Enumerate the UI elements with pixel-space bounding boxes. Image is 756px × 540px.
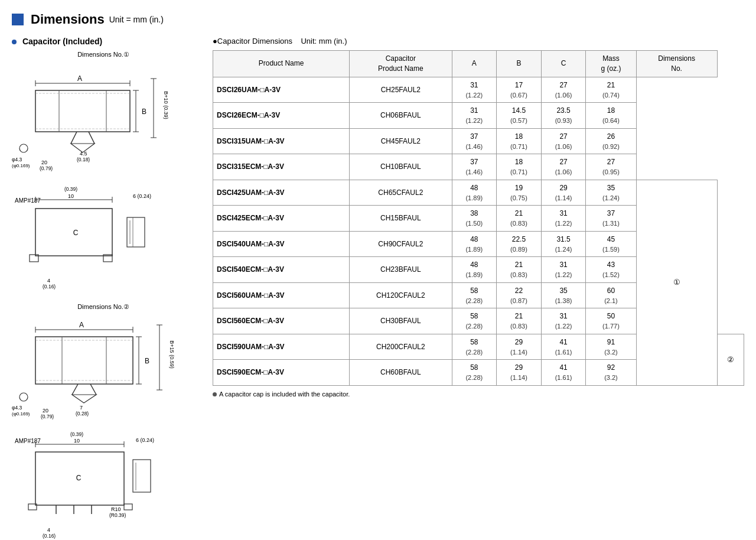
svg-text:(0.79): (0.79)	[41, 414, 54, 419]
b-cell: 18(0.71)	[497, 154, 542, 180]
col-cap-product: CapacitorProduct Name	[350, 51, 452, 77]
table-title: ●Capacitor Dimensions	[213, 37, 292, 45]
svg-text:φ4.3: φ4.3	[12, 157, 22, 162]
c-cell: 31.5(1.24)	[541, 231, 586, 257]
a-cell: 48(1.89)	[452, 257, 497, 283]
b-cell: 29(1.14)	[497, 334, 542, 360]
svg-rect-76	[124, 504, 132, 510]
mass-cell: 35(1.24)	[586, 180, 636, 206]
svg-text:B+10 (0.39): B+10 (0.39)	[163, 91, 169, 119]
svg-text:4: 4	[47, 278, 50, 284]
dim1-label: Dimensions No.①	[12, 51, 195, 58]
col-c: C	[541, 51, 586, 77]
cap-product-cell: CH120CFAUL2	[350, 282, 452, 308]
svg-text:B: B	[145, 357, 149, 365]
cap-product-cell: CH06BFAUL	[350, 103, 452, 129]
svg-text:B: B	[142, 108, 146, 116]
svg-point-63	[19, 393, 28, 401]
diagram-1-svg: A B B+10 (0.39) φ4.3 (φ0.169) 20 (0.79)	[12, 61, 183, 179]
c-cell: 27(1.06)	[541, 128, 586, 154]
product-name-cell: DSCI540ECM-□A-3V	[213, 257, 350, 283]
b-cell: 14.5(0.57)	[497, 103, 542, 129]
product-name-cell: DSCI590UAM-□A-3V	[213, 334, 350, 360]
table-header: ●Capacitor Dimensions Unit: mm (in.)	[213, 37, 744, 45]
svg-text:10: 10	[74, 438, 80, 444]
product-name-cell: DSCI425ECM-□A-3V	[213, 206, 350, 232]
left-section: Capacitor (Included) Dimensions No.①	[12, 37, 195, 540]
svg-line-6	[89, 132, 94, 144]
svg-text:(0.18): (0.18)	[77, 157, 90, 162]
a-cell: 37(1.46)	[452, 128, 497, 154]
a-cell: 48(1.89)	[452, 231, 497, 257]
diagram-2b-svg: AMP#187 R10 (R0.39)	[12, 431, 183, 540]
a-cell: 31(1.22)	[452, 103, 497, 129]
svg-marker-50	[72, 395, 96, 403]
table-row: DSCI425UAM-□A-3VCH65CFAUL248(1.89)19(0.7…	[213, 180, 744, 206]
a-cell: 58(2.28)	[452, 334, 497, 360]
product-name-cell: DSCI315UAM-□A-3V	[213, 128, 350, 154]
title-accent-box	[12, 14, 24, 25]
svg-text:AMP#187: AMP#187	[15, 197, 41, 204]
b-cell: 19(0.75)	[497, 180, 542, 206]
c-cell: 41(1.61)	[541, 360, 586, 386]
cap-product-cell: CH10BFAUL	[350, 154, 452, 180]
svg-rect-31	[127, 217, 145, 247]
mass-cell: 92(3.2)	[586, 360, 636, 386]
footnote-bullet	[213, 392, 217, 396]
diagram-1b-svg: AMP#187 10 (0.39) 6 (0.24)	[12, 185, 183, 291]
col-product-name: Product Name	[213, 51, 350, 77]
c-cell: 31(1.22)	[541, 257, 586, 283]
c-cell: 41(1.61)	[541, 334, 586, 360]
svg-line-48	[72, 384, 78, 395]
a-cell: 38(1.50)	[452, 206, 497, 232]
svg-text:4.5: 4.5	[80, 151, 87, 157]
product-name-cell: DSCI315ECM-□A-3V	[213, 154, 350, 180]
product-name-cell: DSCI560ECM-□A-3V	[213, 308, 350, 334]
svg-text:6 (0.24): 6 (0.24)	[133, 193, 151, 199]
cap-product-cell: CH60BFAUL	[350, 360, 452, 386]
a-cell: 58(2.28)	[452, 308, 497, 334]
svg-text:6 (0.24): 6 (0.24)	[136, 437, 154, 443]
svg-text:(0.79): (0.79)	[40, 165, 53, 171]
cap-product-cell: CH25FAUL2	[350, 77, 452, 103]
dimensions-table: Product Name CapacitorProduct Name A B C…	[213, 50, 744, 386]
svg-text:(0.39): (0.39)	[64, 186, 77, 192]
svg-rect-0	[35, 90, 130, 132]
svg-point-20	[19, 144, 28, 152]
svg-text:20: 20	[43, 408, 48, 414]
diagram-2-container: Dimensions No.② A	[12, 303, 195, 540]
page-header: Dimensions Unit = mm (in.)	[12, 12, 744, 27]
svg-text:4: 4	[47, 527, 50, 533]
svg-text:B+15 (0.59): B+15 (0.59)	[169, 340, 175, 368]
svg-text:R10: R10	[111, 506, 121, 512]
cap-product-cell: CH200CFAUL2	[350, 334, 452, 360]
subtitle-text: Capacitor (Included)	[22, 37, 102, 46]
col-a: A	[452, 51, 497, 77]
mass-cell: 18(0.64)	[586, 103, 636, 129]
svg-text:(R0.39): (R0.39)	[109, 512, 126, 518]
cap-product-cell: CH45FAUL2	[350, 128, 452, 154]
product-name-cell: DSCI425UAM-□A-3V	[213, 180, 350, 206]
product-name-cell: DSCI26ECM-□A-3V	[213, 103, 350, 129]
svg-text:(φ0.169): (φ0.169)	[12, 411, 30, 417]
a-cell: 58(2.28)	[452, 360, 497, 386]
diagram-2-svg: A B B+15 (0.59) φ4.3 (φ0.169) 20 (0.79)	[12, 313, 183, 428]
right-section: ●Capacitor Dimensions Unit: mm (in.) Pro…	[213, 37, 744, 540]
dim-no-cell: ①	[636, 180, 717, 385]
mass-cell: 21(0.74)	[586, 77, 636, 103]
dim-no-cell: ②	[717, 334, 744, 385]
c-cell: 35(1.38)	[541, 282, 586, 308]
main-layout: Capacitor (Included) Dimensions No.①	[12, 37, 744, 540]
section-subtitle: Capacitor (Included)	[12, 37, 195, 46]
mass-cell: 50(1.77)	[586, 308, 636, 334]
col-mass: Massg (oz.)	[586, 51, 636, 77]
c-cell: 29(1.14)	[541, 180, 586, 206]
c-cell: 27(1.06)	[541, 77, 586, 103]
header-unit: Unit = mm (in.)	[109, 15, 164, 24]
svg-text:(0.16): (0.16)	[43, 284, 56, 289]
b-cell: 22(0.87)	[497, 282, 542, 308]
table-row: DSCI26ECM-□A-3VCH06BFAUL31(1.22)14.5(0.5…	[213, 103, 744, 129]
svg-text:AMP#187: AMP#187	[15, 438, 41, 444]
page-title: Dimensions Unit = mm (in.)	[12, 12, 164, 27]
b-cell: 29(1.14)	[497, 360, 542, 386]
